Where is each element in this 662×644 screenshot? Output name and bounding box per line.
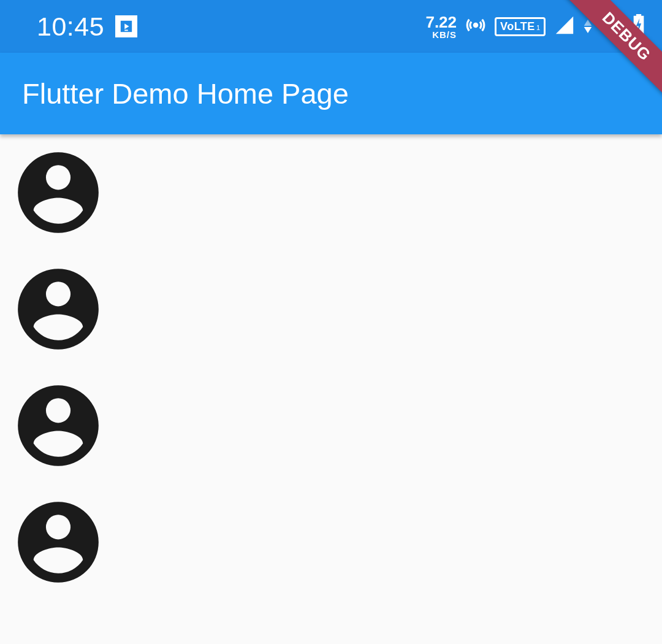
list-item[interactable] bbox=[10, 494, 107, 591]
svg-point-4 bbox=[473, 23, 479, 28]
list-item[interactable] bbox=[10, 144, 107, 241]
cast-icon bbox=[115, 15, 137, 37]
list-item[interactable] bbox=[10, 261, 107, 358]
status-bar-left: 10:45 bbox=[37, 12, 137, 42]
account-circle-icon bbox=[10, 377, 107, 474]
svg-marker-5 bbox=[556, 17, 573, 34]
svg-marker-7 bbox=[584, 27, 592, 33]
page-title: Flutter Demo Home Page bbox=[22, 77, 349, 110]
account-circle-icon bbox=[10, 494, 107, 591]
account-circle-icon bbox=[10, 261, 107, 358]
list-view[interactable] bbox=[0, 134, 662, 600]
svg-rect-10 bbox=[636, 14, 641, 17]
app-bar: Flutter Demo Home Page bbox=[0, 53, 662, 134]
svg-rect-3 bbox=[124, 30, 128, 31]
status-time: 10:45 bbox=[37, 12, 104, 42]
volte-sim-number: 1 bbox=[536, 24, 540, 31]
volte-badge: VoLTE 1 bbox=[495, 17, 546, 36]
android-status-bar: 10:45 7.22 KB/S VoLTE 1 4G+ bbox=[0, 0, 662, 53]
cellular-signal-icon bbox=[554, 15, 575, 38]
net-speed-unit: KB/S bbox=[425, 30, 457, 39]
volte-label: VoLTE bbox=[500, 20, 535, 33]
net-speed-value: 7.22 bbox=[425, 14, 457, 30]
list-item[interactable] bbox=[10, 377, 107, 474]
account-circle-icon bbox=[10, 144, 107, 241]
network-speed-indicator: 7.22 KB/S bbox=[425, 14, 457, 39]
hotspot-icon bbox=[465, 15, 486, 38]
